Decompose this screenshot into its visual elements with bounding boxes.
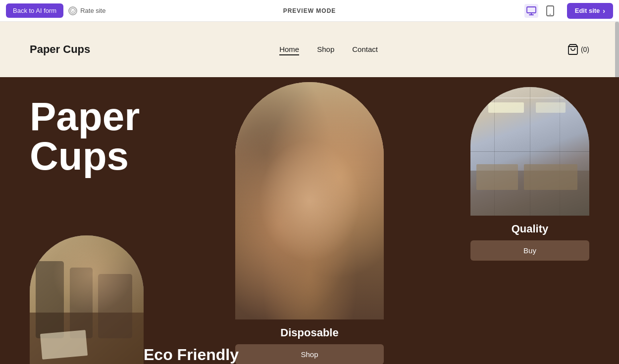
cart-count: (0) bbox=[581, 46, 589, 53]
nav-contact[interactable]: Contact bbox=[352, 45, 378, 54]
svg-point-1 bbox=[71, 10, 72, 11]
scrollbar-thumb[interactable] bbox=[615, 22, 619, 81]
hero-title-line2: Cups bbox=[30, 136, 140, 176]
nav-shop-link[interactable]: Shop bbox=[317, 45, 334, 53]
mobile-icon bbox=[546, 5, 555, 16]
device-controls: Edit site › bbox=[524, 3, 613, 19]
disposable-card: Disposable Shop bbox=[235, 82, 384, 364]
main-content: Paper Cups Disposable Shop bbox=[0, 77, 619, 364]
rate-site-icon bbox=[68, 6, 77, 15]
desktop-device-button[interactable] bbox=[524, 4, 538, 18]
edit-site-arrow-icon: › bbox=[603, 7, 605, 15]
hero-title: Paper Cups bbox=[30, 97, 140, 176]
edit-site-button[interactable]: Edit site › bbox=[567, 3, 613, 19]
eco-friendly-title: Eco Friendly bbox=[144, 346, 239, 364]
disposable-shop-button[interactable]: Shop bbox=[235, 344, 384, 364]
nav-home-link[interactable]: Home bbox=[279, 45, 299, 55]
nav-shop[interactable]: Shop bbox=[317, 45, 334, 54]
cart-svg-icon bbox=[567, 44, 579, 55]
quality-buy-button[interactable]: Buy bbox=[470, 240, 589, 261]
back-to-ai-form-button[interactable]: Back to AI form bbox=[6, 3, 63, 18]
nav-home[interactable]: Home bbox=[279, 45, 299, 54]
svg-rect-3 bbox=[527, 7, 536, 13]
nav-contact-link[interactable]: Contact bbox=[352, 45, 378, 53]
disposable-card-label: Disposable bbox=[235, 326, 384, 339]
preview-mode-label: PREVIEW MODE bbox=[283, 7, 336, 14]
hero-title-line1: Paper bbox=[30, 97, 140, 136]
quality-card: Quality Buy bbox=[470, 87, 589, 261]
site-header: Paper Cups Home Shop Contact (0) bbox=[0, 22, 619, 77]
svg-point-5 bbox=[550, 14, 551, 15]
quality-card-label: Quality bbox=[470, 223, 589, 235]
disposable-card-image bbox=[235, 82, 384, 319]
site-nav: Home Shop Contact bbox=[279, 45, 378, 54]
cart-icon[interactable]: (0) bbox=[567, 44, 589, 55]
edit-site-label: Edit site bbox=[575, 7, 600, 14]
rate-site-button[interactable]: Rate site bbox=[68, 6, 105, 15]
quality-card-image bbox=[470, 87, 589, 216]
rate-site-label: Rate site bbox=[80, 7, 105, 14]
svg-point-0 bbox=[70, 8, 75, 13]
monitor-icon bbox=[526, 5, 537, 16]
site-logo: Paper Cups bbox=[30, 43, 90, 56]
eco-friendly-card bbox=[30, 235, 144, 364]
toolbar: Back to AI form Rate site PREVIEW MODE bbox=[0, 0, 619, 22]
eco-friendly-card-image bbox=[30, 235, 144, 364]
svg-point-2 bbox=[73, 10, 74, 11]
mobile-device-button[interactable] bbox=[543, 4, 557, 18]
